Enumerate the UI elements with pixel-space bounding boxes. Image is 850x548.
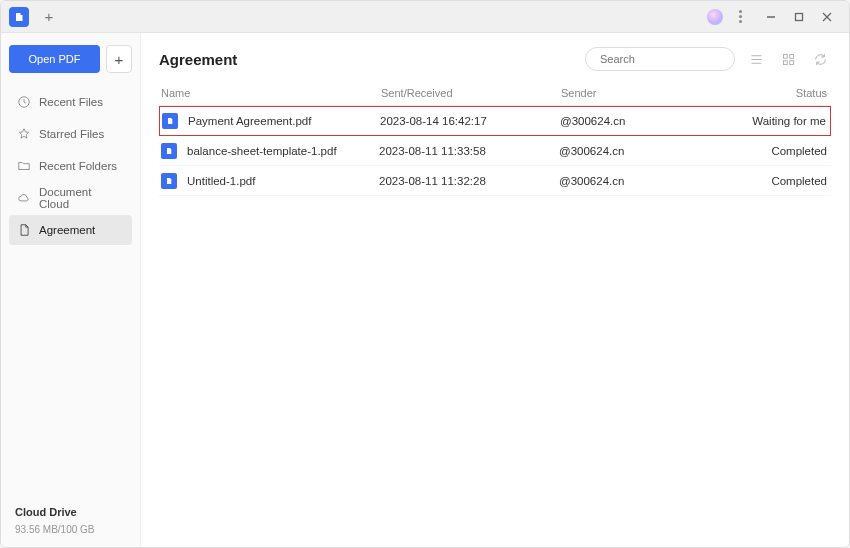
profile-orb-icon[interactable] — [707, 9, 723, 25]
main-panel: Agreement Name Sent/Received Sender Stat… — [141, 33, 849, 547]
svg-rect-12 — [783, 60, 787, 64]
file-name: Untitled-1.pdf — [187, 175, 255, 187]
cloud-drive-title: Cloud Drive — [15, 506, 126, 518]
clock-icon — [17, 95, 31, 109]
open-pdf-button[interactable]: Open PDF — [9, 45, 100, 73]
sidebar-item-label: Recent Folders — [39, 160, 117, 172]
file-status: Completed — [727, 175, 827, 187]
cloud-drive-capacity: 93.56 MB/100 GB — [15, 524, 126, 535]
file-date: 2023-08-11 11:32:28 — [379, 175, 559, 187]
star-icon — [17, 127, 31, 141]
search-box[interactable] — [585, 47, 735, 71]
sidebar-item-recent-folders[interactable]: Recent Folders — [9, 151, 132, 181]
file-sender: @300624.cn — [560, 115, 726, 127]
app-logo-icon — [9, 7, 29, 27]
col-name: Name — [161, 87, 381, 99]
pdf-file-icon — [161, 143, 177, 159]
file-date: 2023-08-14 16:42:17 — [380, 115, 560, 127]
list-view-button[interactable] — [745, 48, 767, 70]
new-tab-button[interactable]: + — [39, 7, 59, 27]
refresh-button[interactable] — [809, 48, 831, 70]
table-body: Payment Agreement.pdf2023-08-14 16:42:17… — [159, 106, 831, 196]
page-title: Agreement — [159, 51, 237, 68]
file-sender: @300624.cn — [559, 145, 727, 157]
file-sender: @300624.cn — [559, 175, 727, 187]
sidebar-item-label: Document Cloud — [39, 186, 124, 210]
close-button[interactable] — [813, 5, 841, 29]
table-header: Name Sent/Received Sender Status — [159, 81, 831, 106]
file-date: 2023-08-11 11:33:58 — [379, 145, 559, 157]
cloud-drive-info: Cloud Drive 93.56 MB/100 GB — [9, 502, 132, 539]
minimize-button[interactable] — [757, 5, 785, 29]
folder-icon — [17, 159, 31, 173]
sidebar-item-recent-files[interactable]: Recent Files — [9, 87, 132, 117]
pdf-file-icon — [162, 113, 178, 129]
svg-rect-11 — [789, 54, 793, 58]
title-bar: + — [1, 1, 849, 33]
maximize-button[interactable] — [785, 5, 813, 29]
file-status: Completed — [727, 145, 827, 157]
file-name: balance-sheet-template-1.pdf — [187, 145, 337, 157]
col-sender: Sender — [561, 87, 727, 99]
sidebar: Open PDF + Recent Files Starred Files Re… — [1, 33, 141, 547]
svg-rect-10 — [783, 54, 787, 58]
col-status: Status — [727, 87, 827, 99]
svg-rect-1 — [796, 13, 803, 20]
cloud-icon — [17, 191, 31, 205]
sidebar-item-label: Recent Files — [39, 96, 103, 108]
add-button[interactable]: + — [106, 45, 132, 73]
search-input[interactable] — [600, 53, 738, 65]
more-menu-button[interactable] — [733, 10, 747, 23]
sidebar-item-starred-files[interactable]: Starred Files — [9, 119, 132, 149]
file-status: Waiting for me — [726, 115, 826, 127]
table-row[interactable]: Payment Agreement.pdf2023-08-14 16:42:17… — [159, 106, 831, 136]
col-date: Sent/Received — [381, 87, 561, 99]
sidebar-item-agreement[interactable]: Agreement — [9, 215, 132, 245]
table-row[interactable]: balance-sheet-template-1.pdf2023-08-11 1… — [159, 136, 831, 166]
sidebar-item-label: Starred Files — [39, 128, 104, 140]
file-name: Payment Agreement.pdf — [188, 115, 311, 127]
sidebar-item-document-cloud[interactable]: Document Cloud — [9, 183, 132, 213]
grid-view-button[interactable] — [777, 48, 799, 70]
svg-rect-13 — [789, 60, 793, 64]
pdf-file-icon — [161, 173, 177, 189]
table-row[interactable]: Untitled-1.pdf2023-08-11 11:32:28@300624… — [159, 166, 831, 196]
sidebar-item-label: Agreement — [39, 224, 95, 236]
document-icon — [17, 223, 31, 237]
